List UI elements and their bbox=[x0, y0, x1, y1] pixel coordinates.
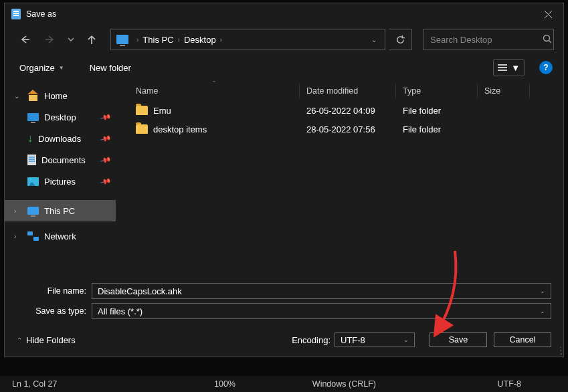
pc-icon bbox=[27, 207, 39, 215]
nav-tree: ⌄Home Desktop📌 ↓Downloads📌 Documents📌 Pi… bbox=[5, 81, 116, 275]
chevron-down-icon[interactable]: ⌄ bbox=[367, 36, 381, 43]
organize-menu[interactable]: Organize▼ bbox=[15, 60, 68, 76]
svg-point-2 bbox=[544, 35, 550, 41]
sort-asc-icon: ⌃ bbox=[129, 81, 299, 86]
col-date[interactable]: Date modified bbox=[300, 84, 396, 98]
status-zoom[interactable]: 100% bbox=[134, 379, 248, 389]
pin-icon: 📌 bbox=[100, 132, 112, 144]
save-button[interactable]: Save bbox=[430, 332, 487, 347]
file-row[interactable]: Emu 26-05-2022 04:09 File folder bbox=[116, 101, 563, 120]
document-icon bbox=[27, 155, 36, 165]
chevron-right-icon[interactable]: › bbox=[14, 233, 22, 240]
breadcrumb-desktop[interactable]: Desktop bbox=[184, 35, 216, 45]
col-name[interactable]: Name⌃ bbox=[129, 84, 300, 98]
chevron-down-icon[interactable]: ⌄ bbox=[540, 288, 545, 294]
tree-downloads[interactable]: ↓Downloads📌 bbox=[5, 128, 116, 149]
refresh-button[interactable] bbox=[389, 29, 412, 50]
cancel-button[interactable]: Cancel bbox=[494, 332, 551, 347]
pictures-icon bbox=[27, 177, 39, 186]
hide-folders-button[interactable]: ⌃Hide Folders bbox=[17, 335, 76, 345]
filetype-combo[interactable]: All files (*.*) ⌄ bbox=[92, 303, 551, 319]
tree-network[interactable]: ›Network bbox=[5, 225, 116, 247]
status-eol[interactable]: Windows (CRLF) bbox=[248, 379, 388, 389]
nav-row: › This PC › Desktop › ⌄ bbox=[5, 25, 563, 54]
recent-dropdown[interactable] bbox=[65, 29, 77, 50]
back-button[interactable] bbox=[14, 29, 35, 50]
svg-line-3 bbox=[549, 40, 552, 43]
form-area: File name: ⌄ Save as type: All files (*.… bbox=[5, 275, 563, 323]
titlebar: Save as bbox=[5, 3, 563, 25]
up-button[interactable] bbox=[81, 29, 102, 50]
forward-button[interactable] bbox=[39, 29, 61, 50]
resize-grip[interactable]: .. .. . . bbox=[559, 344, 561, 354]
tree-desktop[interactable]: Desktop📌 bbox=[5, 106, 116, 128]
chevron-down-icon[interactable]: ⌄ bbox=[14, 92, 22, 100]
new-folder-button[interactable]: New folder bbox=[86, 60, 135, 76]
chevron-right-icon: › bbox=[220, 36, 222, 43]
folder-icon bbox=[136, 106, 148, 115]
pin-icon: 📌 bbox=[100, 175, 112, 187]
chevron-right-icon[interactable]: › bbox=[14, 207, 22, 215]
search-box[interactable] bbox=[423, 29, 554, 50]
chevron-down-icon[interactable]: ⌄ bbox=[403, 336, 409, 343]
status-encoding[interactable]: UTF-8 bbox=[388, 379, 568, 389]
chevron-right-icon: › bbox=[178, 36, 180, 43]
chevron-right-icon: › bbox=[136, 36, 138, 43]
action-row: ⌃Hide Folders Encoding: UTF-8⌄ Save Canc… bbox=[5, 323, 563, 357]
chevron-down-icon: ⌃ bbox=[17, 336, 22, 344]
tree-thispc[interactable]: ›This PC bbox=[5, 200, 116, 221]
search-input[interactable] bbox=[430, 35, 543, 45]
network-icon bbox=[27, 231, 39, 241]
app-icon bbox=[11, 9, 21, 19]
close-button[interactable] bbox=[533, 3, 563, 25]
chevron-down-icon[interactable]: ⌄ bbox=[540, 308, 545, 314]
pin-icon: 📌 bbox=[100, 154, 112, 166]
tree-documents[interactable]: Documents📌 bbox=[5, 149, 116, 171]
toolbar: Organize▼ New folder ▼ ? bbox=[5, 54, 563, 81]
folder-icon bbox=[136, 124, 148, 134]
download-icon: ↓ bbox=[27, 132, 33, 144]
search-icon[interactable] bbox=[543, 34, 552, 45]
breadcrumb-thispc[interactable]: This PC bbox=[143, 35, 173, 45]
home-icon bbox=[27, 91, 39, 101]
save-as-dialog: Save as › This PC › Desktop › ⌄ Organize… bbox=[4, 3, 564, 357]
filename-label: File name: bbox=[17, 286, 92, 296]
col-size[interactable]: Size bbox=[478, 84, 530, 98]
desktop-icon bbox=[27, 113, 39, 121]
file-row[interactable]: desktop items 28-05-2022 07:56 File fold… bbox=[116, 120, 563, 138]
filename-input[interactable] bbox=[98, 286, 545, 296]
file-list: Name⌃ Date modified Type Size Emu 26-05-… bbox=[116, 81, 563, 275]
column-headers: Name⌃ Date modified Type Size bbox=[116, 81, 563, 101]
encoding-combo[interactable]: UTF-8⌄ bbox=[335, 332, 415, 347]
tree-pictures[interactable]: Pictures📌 bbox=[5, 171, 116, 192]
encoding-label: Encoding: bbox=[292, 335, 330, 345]
editor-status-bar: Ln 1, Col 27 100% Windows (CRLF) UTF-8 bbox=[0, 376, 568, 392]
col-type[interactable]: Type bbox=[396, 84, 478, 98]
address-bar[interactable]: › This PC › Desktop › ⌄ bbox=[110, 29, 385, 50]
filetype-label: Save as type: bbox=[17, 306, 92, 316]
help-button[interactable]: ? bbox=[539, 61, 553, 74]
pc-icon bbox=[116, 35, 128, 44]
filename-combo[interactable]: ⌄ bbox=[92, 283, 551, 299]
view-options-button[interactable]: ▼ bbox=[493, 59, 525, 76]
tree-home[interactable]: ⌄Home bbox=[5, 85, 116, 106]
window-title: Save as bbox=[26, 9, 533, 19]
status-position[interactable]: Ln 1, Col 27 bbox=[0, 379, 134, 389]
pin-icon: 📌 bbox=[100, 111, 112, 123]
